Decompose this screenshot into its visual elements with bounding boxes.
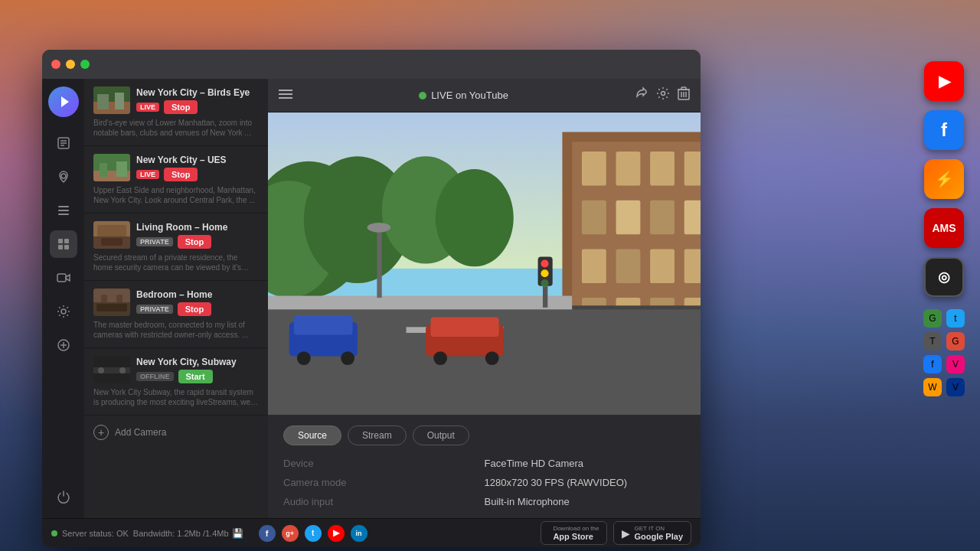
settings-button[interactable] — [656, 86, 670, 104]
status-dot — [51, 530, 57, 536]
lightning-app-icon[interactable]: ⚡ — [924, 159, 964, 199]
social-linkedin-icon[interactable]: in — [351, 525, 368, 542]
camera-mode-value: 980x551 30 FPS (RAWVIDEO) — [485, 477, 686, 488]
svg-rect-28 — [97, 225, 126, 236]
svg-rect-31 — [93, 289, 130, 302]
camera-name: New York City – Birds Eye — [136, 87, 259, 98]
svg-rect-69 — [684, 249, 701, 283]
main-panel: LIVE on YouTube — [268, 79, 701, 518]
svg-rect-24 — [100, 163, 107, 177]
svg-rect-45 — [681, 87, 686, 90]
tab-row: Source Stream Output — [283, 425, 685, 445]
menu-icon[interactable] — [279, 89, 292, 103]
stop-button[interactable]: Stop — [178, 235, 211, 249]
live-text: LIVE on YouTube — [431, 90, 508, 101]
small-app-2[interactable]: t — [946, 309, 965, 328]
small-app-1[interactable]: G — [923, 309, 942, 328]
svg-rect-58 — [582, 152, 606, 186]
camera-info: Living Room – Home Private Stop — [136, 222, 259, 249]
server-status: Server status: OK — [51, 529, 129, 538]
camera-item-bedroom[interactable]: Bedroom – Home Private Stop The master b… — [84, 281, 268, 348]
camera-description: Upper East Side and neighborhood, Manhat… — [93, 185, 259, 205]
small-app-8[interactable]: V — [946, 378, 965, 396]
device-label: Device — [283, 458, 485, 469]
svg-rect-21 — [115, 93, 124, 109]
small-app-6[interactable]: V — [946, 355, 965, 373]
bottom-section: Source Stream Output Device FaceTime HD … — [268, 415, 701, 518]
status-bar: Server status: OK Bandwidth: 1.2Mb /1.4M… — [42, 518, 701, 547]
app-logo[interactable] — [48, 86, 79, 117]
social-youtube-icon[interactable]: ▶ — [328, 525, 345, 542]
right-apps: ▶ f ⚡ AMS ◎ G t T G f V W V — [923, 61, 965, 396]
camera-name: New York City, Subway — [136, 357, 259, 367]
camera-item-nyc-ues[interactable]: New York City – UES LIVE Stop Upper East… — [84, 146, 268, 214]
tab-output[interactable]: Output — [413, 425, 469, 445]
add-camera-button[interactable]: + Add Camera — [84, 416, 268, 449]
audio-input-label: Audio input — [283, 496, 485, 507]
sidebar-item-power[interactable] — [50, 483, 77, 510]
sniper-app-icon[interactable]: ◎ — [924, 257, 964, 297]
minimize-button[interactable] — [66, 60, 75, 69]
close-button[interactable] — [51, 60, 60, 69]
small-app-5[interactable]: f — [923, 355, 942, 373]
sidebar-item-book[interactable] — [50, 129, 77, 157]
social-icons: f g+ t ▶ in — [259, 525, 368, 542]
camera-thumbnail — [93, 86, 130, 114]
camera-status-row: Offline Start — [136, 370, 259, 383]
social-facebook-icon[interactable]: f — [259, 525, 276, 542]
sidebar-item-list[interactable] — [50, 197, 77, 224]
share-button[interactable] — [635, 86, 648, 104]
social-twitter-icon[interactable]: t — [305, 525, 322, 542]
svg-point-95 — [368, 223, 391, 233]
social-googleplus-icon[interactable]: g+ — [282, 525, 299, 542]
stop-button[interactable]: Stop — [164, 168, 198, 181]
camera-status-row: LIVE Stop — [136, 168, 259, 181]
appstore-badge[interactable]: Download on the App Store — [541, 521, 607, 545]
app-content: New York City – Birds Eye LIVE Stop Bird… — [42, 79, 701, 518]
tab-source[interactable]: Source — [283, 425, 341, 445]
svg-point-93 — [541, 279, 548, 287]
camera-item-living-room[interactable]: Living Room – Home Private Stop Secured … — [84, 214, 268, 281]
svg-point-5 — [61, 174, 66, 178]
svg-rect-59 — [616, 152, 641, 186]
sidebar-item-location[interactable] — [50, 163, 77, 191]
small-app-3[interactable]: T — [923, 332, 942, 350]
svg-rect-62 — [582, 201, 606, 235]
source-info-grid: Device FaceTime HD Camera Camera mode 12… — [283, 458, 685, 507]
svg-rect-20 — [97, 94, 109, 109]
status-badge: LIVE — [136, 170, 159, 179]
device-value: FaceTime HD Camera — [485, 458, 686, 469]
ams-app-icon[interactable]: AMS — [924, 208, 964, 248]
camera-item-nyc-subway[interactable]: New York City, Subway Offline Start New … — [84, 348, 268, 416]
svg-point-14 — [61, 309, 66, 314]
start-button[interactable]: Start — [178, 370, 213, 383]
delete-button[interactable] — [678, 86, 690, 104]
svg-rect-64 — [650, 201, 675, 235]
googleplay-badge[interactable]: ▶ GET IT ON Google Play — [613, 521, 691, 545]
camera-info: New York City – Birds Eye LIVE Stop — [136, 87, 259, 114]
sidebar-item-settings[interactable] — [50, 298, 77, 325]
stop-button[interactable]: Stop — [164, 100, 198, 114]
stop-button[interactable]: Stop — [178, 302, 211, 316]
hdd-icon[interactable]: 💾 — [232, 528, 243, 539]
svg-rect-68 — [650, 249, 675, 283]
facebook-app-icon[interactable]: f — [924, 110, 964, 150]
maximize-button[interactable] — [80, 60, 90, 69]
sidebar-item-video[interactable] — [50, 264, 77, 292]
svg-point-38 — [119, 367, 126, 373]
camera-description: The master bedroom, connected to my list… — [93, 320, 259, 340]
small-app-4[interactable]: G — [946, 332, 965, 350]
camera-item-nyc-birds-eye[interactable]: New York City – Birds Eye LIVE Stop Bird… — [84, 79, 268, 146]
youtube-app-icon[interactable]: ▶ — [924, 61, 964, 101]
live-indicator: LIVE on YouTube — [302, 90, 626, 101]
bandwidth-text: Bandwidth: 1.2Mb /1.4Mb — [133, 529, 229, 538]
camera-thumbnail — [93, 221, 130, 249]
status-badge: Private — [136, 237, 173, 246]
tab-stream[interactable]: Stream — [348, 425, 407, 445]
sidebar-item-grid[interactable] — [50, 230, 77, 258]
small-app-7[interactable]: W — [923, 378, 942, 396]
add-camera-label: Add Camera — [115, 427, 166, 438]
svg-rect-34 — [116, 295, 122, 302]
sidebar-item-add[interactable] — [50, 331, 77, 359]
traffic-lights — [51, 60, 90, 69]
